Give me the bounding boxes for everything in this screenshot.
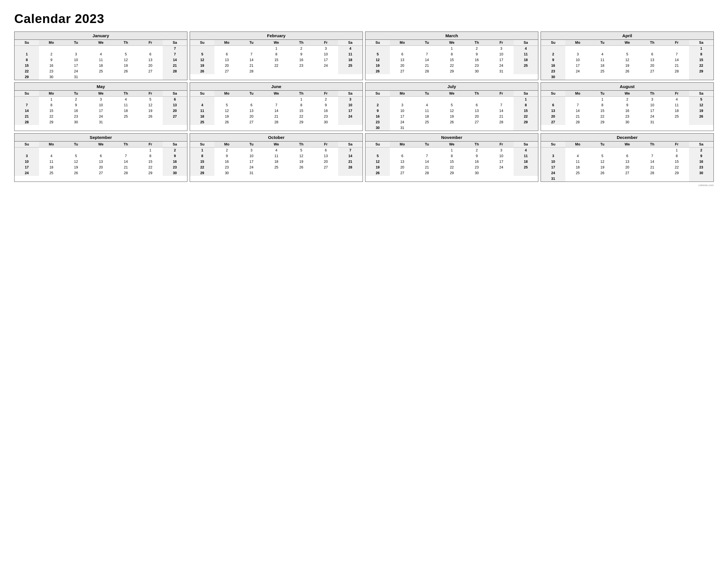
day-header-mo: Mo <box>390 40 415 46</box>
day-header-tu: Tu <box>64 91 88 97</box>
month-title: May <box>15 83 187 91</box>
calendar-day: 20 <box>138 63 163 69</box>
calendar-day <box>541 46 565 52</box>
calendar-day: 18 <box>565 165 590 170</box>
day-header-mo: Mo <box>39 91 64 97</box>
month-title: February <box>190 32 363 40</box>
calendar-day: 4 <box>88 51 113 57</box>
calendar-day <box>590 148 615 154</box>
calendar-day: 17 <box>489 159 514 165</box>
calendar-day: 14 <box>15 108 39 114</box>
calendar-day: 7 <box>415 51 439 57</box>
calendar-day <box>314 69 338 74</box>
calendar-day: 11 <box>590 57 615 63</box>
calendar-day: 22 <box>39 114 64 119</box>
calendar-day <box>214 97 239 103</box>
calendar-day: 22 <box>264 63 289 69</box>
day-header-sa: Sa <box>689 142 713 148</box>
day-header-fr: Fr <box>314 142 338 148</box>
calendar-day <box>640 176 664 182</box>
calendar-day <box>415 125 439 131</box>
calendar-day: 20 <box>214 63 239 69</box>
calendar-day: 20 <box>390 165 415 170</box>
calendar-day <box>640 148 664 154</box>
footer-credit: colomio.com <box>14 184 714 187</box>
calendar-day: 27 <box>390 170 415 176</box>
day-header-mo: Mo <box>565 91 590 97</box>
calendar-day: 5 <box>190 51 214 57</box>
month-title: June <box>190 83 363 91</box>
calendar-day: 3 <box>565 51 590 57</box>
calendar-day <box>464 125 489 131</box>
calendar-day: 1 <box>15 51 39 57</box>
calendar-day: 13 <box>314 153 338 159</box>
calendar-day: 7 <box>264 102 289 108</box>
calendar-day: 8 <box>689 51 713 57</box>
day-header-we: We <box>264 40 289 46</box>
calendar-day <box>138 74 163 80</box>
calendar-day: 21 <box>415 63 439 69</box>
calendar-day: 10 <box>489 153 514 159</box>
day-header-su: Su <box>190 40 214 46</box>
calendar-day: 18 <box>113 108 138 114</box>
calendar-day: 17 <box>640 108 664 114</box>
day-header-th: Th <box>464 142 489 148</box>
calendar-day: 23 <box>314 114 338 119</box>
calendar-day <box>239 97 264 103</box>
day-header-we: We <box>264 142 289 148</box>
calendar-day: 28 <box>163 69 187 74</box>
calendar-day: 9 <box>163 153 187 159</box>
day-header-fr: Fr <box>489 142 514 148</box>
calendar-day <box>163 74 187 80</box>
calendar-day <box>390 97 415 103</box>
calendar-day: 26 <box>689 114 713 119</box>
calendar-day: 25 <box>514 63 538 69</box>
calendar-day: 15 <box>439 159 464 165</box>
calendar-day: 11 <box>264 153 289 159</box>
calendar-day: 7 <box>415 153 439 159</box>
calendar-day: 12 <box>615 57 640 63</box>
day-header-su: Su <box>15 91 39 97</box>
calendar-day: 24 <box>88 114 113 119</box>
day-header-tu: Tu <box>415 40 439 46</box>
calendar-day: 23 <box>64 114 88 119</box>
calendar-day <box>489 97 514 103</box>
calendar-day: 7 <box>640 153 664 159</box>
calendar-day: 11 <box>565 159 590 165</box>
calendar-day: 12 <box>365 57 390 63</box>
calendar-day: 7 <box>163 46 187 52</box>
calendar-day: 26 <box>113 69 138 74</box>
calendar-day: 18 <box>590 63 615 69</box>
calendar-day <box>365 97 390 103</box>
calendar-day: 6 <box>464 102 489 108</box>
calendar-day: 1 <box>39 97 64 103</box>
calendar-day: 30 <box>464 69 489 74</box>
calendar-day: 29 <box>590 119 615 125</box>
calendar-day <box>214 46 239 52</box>
calendar-day: 2 <box>464 46 489 52</box>
day-header-we: We <box>88 91 113 97</box>
calendar-day: 29 <box>514 119 538 125</box>
calendar-day: 17 <box>64 63 88 69</box>
calendar-day: 1 <box>689 46 713 52</box>
calendar-day: 16 <box>163 159 187 165</box>
calendar-day: 6 <box>138 51 163 57</box>
calendar-day: 8 <box>190 153 214 159</box>
calendar-day: 5 <box>113 51 138 57</box>
calendar-day: 15 <box>190 159 214 165</box>
calendar-day: 21 <box>338 159 363 165</box>
calendar-day: 9 <box>314 102 338 108</box>
calendar-day: 2 <box>314 97 338 103</box>
day-header-fr: Fr <box>138 142 163 148</box>
calendar-day: 26 <box>289 165 313 170</box>
day-header-th: Th <box>289 40 313 46</box>
calendar-day: 11 <box>190 108 214 114</box>
day-header-tu: Tu <box>590 40 615 46</box>
calendar-day: 4 <box>39 153 64 159</box>
calendar-day <box>289 170 313 176</box>
calendar-day: 16 <box>689 159 713 165</box>
calendar-day: 24 <box>338 114 363 119</box>
calendar-day: 28 <box>15 119 39 125</box>
calendar-day: 14 <box>113 159 138 165</box>
calendar-day: 29 <box>15 74 39 80</box>
